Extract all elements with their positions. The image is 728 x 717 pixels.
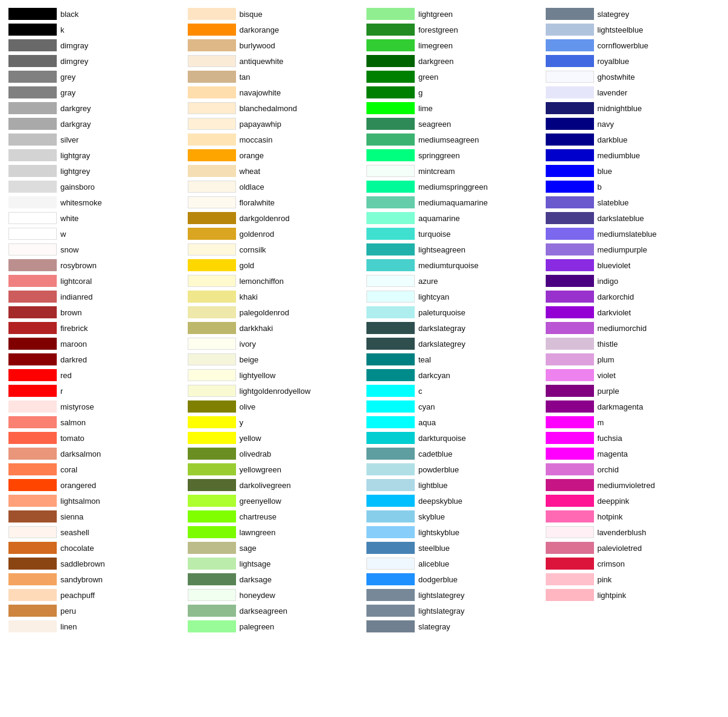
color-swatch <box>366 620 415 632</box>
color-name: maroon <box>60 339 87 349</box>
color-swatch <box>366 385 415 397</box>
color-name: slategrey <box>598 10 630 19</box>
color-row: paleturquoise <box>364 304 543 320</box>
color-name: g <box>418 88 423 97</box>
color-row: darkslategrey <box>364 336 543 352</box>
color-swatch <box>188 620 236 632</box>
color-row: greenyellow <box>185 493 365 509</box>
column-3: lightgreenforestgreenlimegreendarkgreeng… <box>364 6 543 634</box>
color-row: darkmagenta <box>543 399 723 414</box>
color-name: w <box>60 230 66 239</box>
color-name: pink <box>598 575 612 584</box>
color-swatch <box>546 39 594 51</box>
color-row: ivory <box>185 336 365 352</box>
color-row: pink <box>543 571 723 587</box>
color-name: k <box>60 25 65 34</box>
color-row: darkturquoise <box>364 430 543 446</box>
color-swatch <box>188 39 236 51</box>
color-swatch <box>546 291 594 303</box>
color-swatch <box>366 181 415 193</box>
color-name: rosybrown <box>60 261 97 270</box>
color-swatch <box>188 71 236 83</box>
color-name: mediumblue <box>598 151 640 160</box>
color-row: peru <box>6 603 185 619</box>
color-swatch <box>8 86 57 98</box>
color-swatch <box>8 573 57 585</box>
color-name: forestgreen <box>418 25 458 34</box>
color-name: chartreuse <box>240 512 276 521</box>
color-swatch <box>546 589 594 601</box>
color-swatch <box>188 8 236 20</box>
color-swatch <box>8 24 57 36</box>
color-row: black <box>6 6 185 22</box>
color-name: palegoldenrod <box>240 308 289 317</box>
color-swatch <box>8 463 57 475</box>
color-row: tomato <box>6 430 185 446</box>
color-row: lightblue <box>364 477 543 493</box>
color-name: beige <box>240 355 259 364</box>
color-row: ghostwhite <box>543 69 723 85</box>
color-swatch <box>366 291 415 303</box>
color-row: seashell <box>6 524 185 540</box>
color-name: gray <box>60 88 75 97</box>
color-row: darkcyan <box>364 367 543 383</box>
color-name: y <box>240 418 244 427</box>
color-swatch <box>546 133 594 146</box>
color-row: w <box>6 226 185 242</box>
color-swatch <box>366 526 415 538</box>
color-name: springgreen <box>418 151 460 160</box>
color-row: aquamarine <box>364 210 543 226</box>
color-swatch <box>8 369 57 381</box>
color-name: green <box>418 72 438 82</box>
color-swatch <box>546 71 594 83</box>
color-name: lightpink <box>598 591 627 600</box>
color-row: brown <box>6 304 185 320</box>
color-swatch <box>366 338 415 350</box>
color-name: palevioletred <box>598 544 642 553</box>
color-name: mediumspringgreen <box>418 182 488 191</box>
color-row: mintcream <box>364 163 543 179</box>
color-row: powderblue <box>364 461 543 477</box>
color-name: darkorange <box>240 25 279 34</box>
color-swatch <box>8 133 57 146</box>
color-swatch <box>8 448 57 460</box>
color-swatch <box>8 165 57 177</box>
color-swatch <box>366 589 415 601</box>
color-swatch <box>546 322 594 334</box>
color-swatch <box>546 416 594 428</box>
color-row: midnightblue <box>543 100 723 116</box>
color-swatch <box>366 86 415 98</box>
color-swatch <box>8 542 57 554</box>
color-row: gold <box>185 257 365 273</box>
color-name: aliceblue <box>418 559 449 568</box>
color-row: indianred <box>6 289 185 304</box>
color-name: lavenderblush <box>598 528 647 537</box>
color-row: mistyrose <box>6 399 185 414</box>
color-swatch <box>366 416 415 428</box>
color-row: darkorange <box>185 22 365 37</box>
color-name: mediumvioletred <box>598 481 655 490</box>
color-row: orchid <box>543 461 723 477</box>
color-row: crimson <box>543 556 723 571</box>
color-row: lemonchiffon <box>185 273 365 289</box>
color-name: greenyellow <box>240 497 281 506</box>
color-name: aquamarine <box>418 214 460 223</box>
color-swatch <box>366 71 415 83</box>
color-row: lightcyan <box>364 289 543 304</box>
color-row: darkred <box>6 352 185 367</box>
color-swatch <box>366 212 415 224</box>
color-name: purple <box>598 387 619 396</box>
color-row: m <box>543 414 723 430</box>
color-swatch <box>188 102 236 114</box>
color-row: c <box>364 383 543 399</box>
color-row: silver <box>6 132 185 147</box>
color-name: bisque <box>240 10 263 19</box>
color-swatch <box>8 526 57 538</box>
color-swatch <box>8 495 57 507</box>
color-name: sandybrown <box>60 575 103 584</box>
color-row: floralwhite <box>185 195 365 210</box>
color-name: powderblue <box>418 465 459 474</box>
color-name: yellowgreen <box>240 465 281 474</box>
color-name: linen <box>60 622 77 631</box>
color-swatch <box>8 432 57 444</box>
